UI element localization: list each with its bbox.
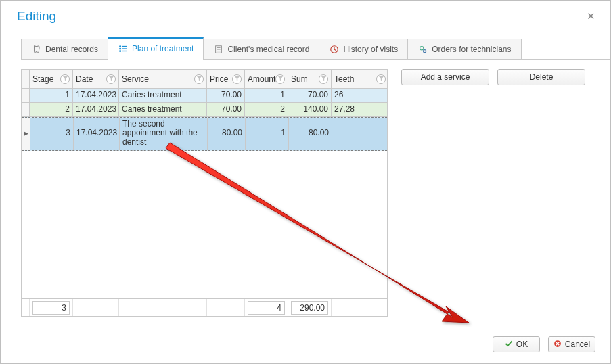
cell-sum: 140.00 xyxy=(288,103,332,117)
cell-amount: 1 xyxy=(245,89,288,103)
cell-date: 17.04.2023 xyxy=(74,118,120,150)
tab-label: Orders for technicians xyxy=(432,45,511,54)
col-date[interactable]: Date xyxy=(76,74,93,84)
cell-service: The second appointment with the dentist xyxy=(120,118,208,150)
tab-history-of-visits[interactable]: History of visits xyxy=(319,39,408,59)
cell-amount: 1 xyxy=(246,118,289,150)
tab-content: Stage Date Service Price Amount Sum Teet… xyxy=(1,60,610,317)
filter-icon[interactable] xyxy=(376,74,386,84)
grid-header: Stage Date Service Price Amount Sum Teet… xyxy=(22,70,387,89)
filter-icon[interactable] xyxy=(106,74,116,84)
cell-service: Caries treatment xyxy=(119,103,207,117)
filter-icon[interactable] xyxy=(194,74,204,84)
col-price[interactable]: Price xyxy=(210,74,228,84)
filter-icon[interactable] xyxy=(319,74,328,84)
tabs: Dental records Plan of treatment Client'… xyxy=(21,39,610,60)
dialog-title: Editing xyxy=(17,9,56,24)
tab-medical-record[interactable]: Client's medical record xyxy=(203,39,319,59)
table-row[interactable]: ▶ 3 17.04.2023 The second appointment wi… xyxy=(22,117,387,151)
col-amount[interactable]: Amount xyxy=(248,74,275,84)
svg-point-1 xyxy=(119,48,120,49)
svg-point-0 xyxy=(119,46,120,47)
cell-date: 17.04.2023 xyxy=(73,103,119,117)
document-icon xyxy=(213,44,223,54)
footer-sum-total: 290.00 xyxy=(291,301,328,315)
cell-sum: 80.00 xyxy=(289,118,332,150)
tooth-icon xyxy=(31,44,41,54)
list-icon xyxy=(118,44,128,54)
side-buttons: Add a service Delete xyxy=(401,69,585,317)
cell-stage: 2 xyxy=(30,103,73,117)
col-teeth[interactable]: Teeth xyxy=(334,74,354,84)
svg-point-2 xyxy=(119,51,120,52)
filter-icon[interactable] xyxy=(60,74,70,84)
grid-body: 1 17.04.2023 Caries treatment 70.00 1 70… xyxy=(22,89,387,298)
col-stage[interactable]: Stage xyxy=(32,74,53,84)
cell-sum: 70.00 xyxy=(288,89,332,103)
cell-price: 70.00 xyxy=(207,89,245,103)
cell-service: Caries treatment xyxy=(119,89,207,103)
tab-dental-records[interactable]: Dental records xyxy=(21,39,108,59)
tab-plan-of-treatment[interactable]: Plan of treatment xyxy=(108,37,204,59)
cancel-icon xyxy=(553,340,562,350)
cell-amount: 2 xyxy=(245,103,288,117)
table-row[interactable]: 1 17.04.2023 Caries treatment 70.00 1 70… xyxy=(22,89,387,103)
grid-footer: 3 4 290.00 xyxy=(22,298,387,316)
editing-dialog: Editing ✕ Dental records Plan of treatme… xyxy=(0,0,611,364)
footer-stage-total: 3 xyxy=(32,301,70,315)
cancel-label: Cancel xyxy=(565,340,590,349)
footer-amount-total: 4 xyxy=(248,301,285,315)
gears-icon xyxy=(417,44,428,54)
treatment-grid[interactable]: Stage Date Service Price Amount Sum Teet… xyxy=(21,69,388,317)
history-icon xyxy=(329,44,339,54)
cell-teeth: 26 xyxy=(332,89,387,103)
svg-point-12 xyxy=(423,49,426,52)
tab-label: Dental records xyxy=(45,45,98,54)
cell-date: 17.04.2023 xyxy=(73,89,119,103)
cell-teeth xyxy=(332,118,387,150)
delete-button[interactable]: Delete xyxy=(497,69,585,85)
cell-stage: 3 xyxy=(30,118,74,150)
tab-label: Client's medical record xyxy=(227,45,309,54)
tab-label: Plan of treatment xyxy=(132,44,194,53)
tab-orders-for-technicians[interactable]: Orders for technicians xyxy=(407,39,521,59)
cell-price: 70.00 xyxy=(207,103,245,117)
dialog-header: Editing ✕ xyxy=(1,1,610,29)
svg-point-11 xyxy=(420,46,423,49)
filter-icon[interactable] xyxy=(275,74,285,84)
ok-label: OK xyxy=(516,340,528,349)
table-row[interactable]: 2 17.04.2023 Caries treatment 70.00 2 14… xyxy=(22,103,387,117)
add-service-button[interactable]: Add a service xyxy=(401,69,489,85)
check-icon xyxy=(505,340,513,350)
filter-icon[interactable] xyxy=(232,74,242,84)
ok-button[interactable]: OK xyxy=(493,336,540,352)
tab-label: History of visits xyxy=(343,45,398,54)
row-indicator-icon: ▶ xyxy=(22,118,30,150)
cell-teeth: 27,28 xyxy=(332,103,387,117)
cell-price: 80.00 xyxy=(208,118,246,150)
close-icon[interactable]: ✕ xyxy=(584,7,598,25)
col-sum[interactable]: Sum xyxy=(291,74,308,84)
cell-stage: 1 xyxy=(30,89,73,103)
cancel-button[interactable]: Cancel xyxy=(548,336,595,352)
dialog-footer: OK Cancel xyxy=(493,336,595,352)
col-service[interactable]: Service xyxy=(122,74,149,84)
